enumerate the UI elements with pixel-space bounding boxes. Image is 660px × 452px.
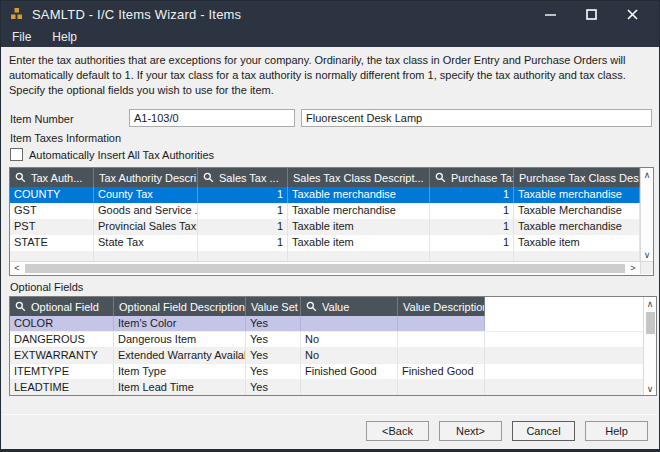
- tax-table-horizontal-scrollbar[interactable]: < >: [10, 261, 640, 274]
- back-button[interactable]: <Back: [366, 421, 429, 441]
- table-cell[interactable]: [198, 251, 288, 261]
- table-row[interactable]: EXTWARRANTYExtended Warranty AvailableYe…: [10, 348, 643, 364]
- table-cell[interactable]: Yes: [246, 380, 301, 395]
- table-cell[interactable]: 1: [430, 235, 514, 251]
- help-button[interactable]: Help: [585, 421, 648, 441]
- table-cell[interactable]: COUNTY: [10, 187, 94, 203]
- table-cell[interactable]: Yes: [246, 364, 301, 379]
- table-cell[interactable]: Finished Good: [398, 364, 485, 379]
- search-icon[interactable]: [15, 172, 31, 183]
- table-cell[interactable]: Item's Color: [114, 316, 246, 331]
- table-cell[interactable]: [94, 251, 198, 261]
- table-cell[interactable]: 1: [198, 235, 288, 251]
- table-cell[interactable]: Taxable item: [288, 219, 430, 235]
- table-row[interactable]: ITEMTYPEItem TypeYesFinished GoodFinishe…: [10, 364, 643, 380]
- item-description-field[interactable]: Fluorescent Desk Lamp: [301, 109, 652, 127]
- table-cell[interactable]: Finished Good: [301, 364, 398, 379]
- table-cell[interactable]: No: [301, 348, 398, 363]
- auto-insert-tax-authorities-checkbox[interactable]: Automatically Insert All Tax Authorities: [10, 148, 214, 161]
- scroll-down-icon[interactable]: ∨: [644, 382, 656, 395]
- scroll-up-icon[interactable]: ∧: [641, 168, 653, 181]
- table-cell[interactable]: [430, 251, 514, 261]
- column-header-value-description[interactable]: Value Description: [398, 297, 485, 316]
- table-cell[interactable]: [301, 316, 398, 331]
- table-row[interactable]: PSTProvincial Sales Tax1Taxable item1Tax…: [10, 219, 640, 235]
- table-cell[interactable]: PST: [10, 219, 94, 235]
- table-cell[interactable]: Taxable item: [288, 235, 430, 251]
- column-header-sales-tax-class-descript[interactable]: Sales Tax Class Descript...: [288, 168, 430, 187]
- table-cell[interactable]: Taxable merchandise: [288, 203, 430, 219]
- search-icon[interactable]: [15, 301, 31, 312]
- maximize-icon[interactable]: [584, 7, 598, 21]
- column-header-tax-auth[interactable]: Tax Auth...: [10, 168, 94, 187]
- table-cell[interactable]: 1: [198, 187, 288, 203]
- table-cell[interactable]: 1: [430, 203, 514, 219]
- table-cell[interactable]: Item Lead Time: [114, 380, 246, 395]
- scroll-down-icon[interactable]: ∨: [641, 248, 653, 261]
- item-number-field[interactable]: A1-103/0: [129, 109, 295, 127]
- vertical-scroll-thumb[interactable]: [646, 312, 655, 334]
- table-cell[interactable]: County Tax: [94, 187, 198, 203]
- tax-table-vertical-scrollbar[interactable]: ∧ ∨: [640, 168, 653, 261]
- table-row[interactable]: LEADTIMEItem Lead TimeYes: [10, 380, 643, 395]
- table-cell[interactable]: Yes: [246, 332, 301, 347]
- column-header-sales-tax[interactable]: Sales Tax ...: [198, 168, 288, 187]
- table-cell[interactable]: [288, 251, 430, 261]
- table-cell[interactable]: [514, 251, 640, 261]
- table-row[interactable]: COLORItem's ColorYes: [10, 316, 643, 332]
- table-cell[interactable]: [398, 316, 485, 331]
- table-cell[interactable]: GST: [10, 203, 94, 219]
- table-cell[interactable]: ITEMTYPE: [10, 364, 114, 379]
- table-cell[interactable]: 1: [198, 203, 288, 219]
- table-cell[interactable]: Extended Warranty Available: [114, 348, 246, 363]
- horizontal-scroll-thumb[interactable]: [25, 264, 625, 273]
- column-header-value[interactable]: Value: [301, 297, 398, 316]
- minimize-icon[interactable]: [543, 7, 557, 21]
- table-cell[interactable]: LEADTIME: [10, 380, 114, 395]
- table-cell[interactable]: 1: [430, 219, 514, 235]
- table-cell[interactable]: Goods and Service ...: [94, 203, 198, 219]
- table-cell[interactable]: COLOR: [10, 316, 114, 331]
- table-cell[interactable]: [10, 251, 94, 261]
- column-header-optional-field-description[interactable]: Optional Field Description: [114, 297, 246, 316]
- table-row[interactable]: COUNTYCounty Tax1Taxable merchandise1Tax…: [10, 187, 640, 203]
- search-icon[interactable]: [435, 172, 451, 183]
- table-cell[interactable]: No: [301, 332, 398, 347]
- table-row[interactable]: STATEState Tax1Taxable item1Taxable item: [10, 235, 640, 251]
- scroll-up-icon[interactable]: ∧: [644, 297, 656, 310]
- scroll-right-icon[interactable]: >: [626, 263, 640, 273]
- table-cell[interactable]: [398, 348, 485, 363]
- table-cell[interactable]: Taxable merchandise: [288, 187, 430, 203]
- table-cell[interactable]: Taxable merchandise: [514, 187, 640, 203]
- close-icon[interactable]: [625, 7, 639, 21]
- table-cell[interactable]: 1: [430, 187, 514, 203]
- table-cell[interactable]: Taxable Merchandise: [514, 203, 640, 219]
- checkbox-icon[interactable]: [10, 148, 23, 161]
- table-cell[interactable]: State Tax: [94, 235, 198, 251]
- menu-help[interactable]: Help: [52, 30, 77, 44]
- table-cell[interactable]: EXTWARRANTY: [10, 348, 114, 363]
- table-row[interactable]: [10, 251, 640, 261]
- table-cell[interactable]: Yes: [246, 316, 301, 331]
- table-cell[interactable]: 1: [198, 219, 288, 235]
- next-button[interactable]: Next>: [439, 421, 502, 441]
- table-cell[interactable]: [398, 332, 485, 347]
- column-header-optional-field[interactable]: Optional Field: [10, 297, 114, 316]
- table-cell[interactable]: Provincial Sales Tax: [94, 219, 198, 235]
- table-cell[interactable]: STATE: [10, 235, 94, 251]
- table-row[interactable]: GSTGoods and Service ...1Taxable merchan…: [10, 203, 640, 219]
- column-header-purchase-tax-cl[interactable]: Purchase Tax Cl...: [430, 168, 514, 187]
- table-cell[interactable]: Item Type: [114, 364, 246, 379]
- menu-file[interactable]: File: [12, 30, 31, 44]
- table-cell[interactable]: Dangerous Item: [114, 332, 246, 347]
- cancel-button[interactable]: Cancel: [512, 421, 575, 441]
- search-icon[interactable]: [306, 301, 322, 312]
- search-icon[interactable]: [203, 172, 219, 183]
- table-cell[interactable]: [301, 380, 398, 395]
- table-cell[interactable]: Yes: [246, 348, 301, 363]
- optional-table-vertical-scrollbar[interactable]: ∧ ∨: [643, 297, 656, 395]
- scroll-left-icon[interactable]: <: [10, 263, 24, 273]
- table-cell[interactable]: Taxable item: [514, 235, 640, 251]
- table-cell[interactable]: Taxable merchandise: [514, 219, 640, 235]
- column-header-purchase-tax-class-des[interactable]: Purchase Tax Class Des...: [514, 168, 640, 187]
